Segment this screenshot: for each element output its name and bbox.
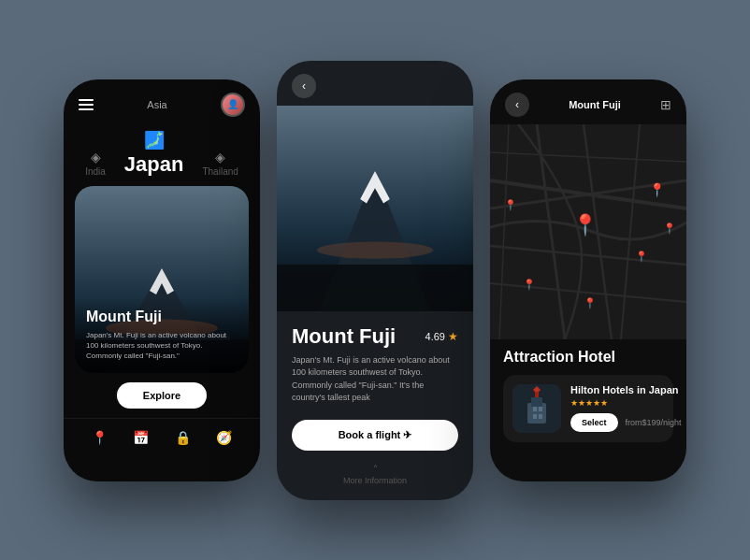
phone3-header: ‹ Mount Fuji ⊞ xyxy=(490,79,686,124)
phone2-rating: 4.69 ★ xyxy=(425,330,458,343)
map-roads-svg: 📍 📍 📍 📍 📍 📍 📍 xyxy=(490,124,686,339)
select-button[interactable]: Select xyxy=(570,413,618,432)
phone2-content: Mount Fuji 4.69 ★ Japan's Mt. Fuji is an… xyxy=(277,311,473,498)
phone1-card-desc: Japan's Mt. Fuji is an active volcano ab… xyxy=(86,330,238,362)
japan-label: Japan xyxy=(124,152,184,177)
settings-button[interactable]: ⊞ xyxy=(660,97,671,112)
back-button[interactable]: ‹ xyxy=(292,74,316,98)
hotel-stars: ★★★★★ xyxy=(570,398,682,408)
nav-lock-icon[interactable]: 🔒 xyxy=(171,426,194,449)
svg-point-8 xyxy=(317,241,433,258)
phone-3: ‹ Mount Fuji ⊞ xyxy=(490,79,686,481)
hotel-image-svg xyxy=(512,384,561,433)
svg-rect-29 xyxy=(533,407,537,411)
svg-rect-31 xyxy=(533,414,537,419)
svg-text:📍: 📍 xyxy=(635,250,648,263)
phones-container: Asia 👤 ◈ India 🗾 Japan ◈ Thailand xyxy=(64,61,686,500)
bottom-nav: 📍 📅 🔒 🧭 xyxy=(64,418,260,456)
more-info-label: More Information xyxy=(343,476,407,485)
svg-rect-32 xyxy=(539,414,542,419)
avatar[interactable]: 👤 xyxy=(221,93,245,117)
hotel-name: Hilton Hotels in Japan xyxy=(570,384,682,395)
nav-location-icon[interactable]: 📍 xyxy=(88,426,110,449)
svg-text:📍: 📍 xyxy=(523,278,536,291)
destinations-row: ◈ India 🗾 Japan ◈ Thailand xyxy=(64,124,260,186)
svg-text:📍: 📍 xyxy=(572,212,599,237)
india-icon: ◈ xyxy=(85,150,106,165)
star-icon: ★ xyxy=(448,330,458,343)
phone1-card-overlay: Mount Fuji Japan's Mt. Fuji is an active… xyxy=(75,297,249,373)
hotel-price: from$199/night xyxy=(626,418,682,427)
svg-rect-28 xyxy=(531,397,542,407)
book-flight-button[interactable]: Book a flight ✈ xyxy=(292,420,458,451)
phone2-mountain-svg xyxy=(277,124,473,311)
phone1-card: Mount Fuji Japan's Mt. Fuji is an active… xyxy=(75,186,249,373)
phone1-header: Asia 👤 xyxy=(64,79,260,124)
svg-text:📍: 📍 xyxy=(584,296,597,309)
more-info: ˄ More Information xyxy=(292,464,458,485)
map-view[interactable]: 📍 📍 📍 📍 📍 📍 📍 xyxy=(490,124,686,339)
india-label: India xyxy=(85,166,106,177)
svg-rect-30 xyxy=(539,407,542,411)
phone2-title: Mount Fuji xyxy=(292,324,396,349)
settings-icon: ⊞ xyxy=(660,97,671,112)
phone2-header: ‹ xyxy=(277,61,473,106)
destination-japan[interactable]: 🗾 Japan xyxy=(115,130,194,177)
explore-button[interactable]: Explore xyxy=(117,382,207,409)
destination-thailand[interactable]: ◈ Thailand xyxy=(193,150,247,177)
nav-calendar-icon[interactable]: 📅 xyxy=(130,426,152,449)
phone3-header-title: Mount Fuji xyxy=(569,99,621,110)
phone1-header-title: Asia xyxy=(147,99,166,110)
thailand-icon: ◈ xyxy=(202,150,238,165)
phone2-description: Japan's Mt. Fuji is an active volcano ab… xyxy=(292,354,458,405)
phone2-hero-image xyxy=(277,106,473,311)
svg-text:📍: 📍 xyxy=(649,182,666,198)
chevron-up-icon: ˄ xyxy=(292,464,458,474)
nav-compass-icon[interactable]: 🧭 xyxy=(213,426,236,449)
svg-rect-7 xyxy=(277,265,473,311)
hotel-card: Hilton Hotels in Japan ★★★★★ Select from… xyxy=(503,375,673,442)
attraction-hotel-title: Attraction Hotel xyxy=(503,349,673,366)
hotel-info: Hilton Hotels in Japan ★★★★★ Select from… xyxy=(570,384,682,432)
phone-1: Asia 👤 ◈ India 🗾 Japan ◈ Thailand xyxy=(64,79,260,481)
svg-text:📍: 📍 xyxy=(663,222,676,235)
rating-value: 4.69 xyxy=(425,331,445,342)
hotel-actions: Select from$199/night xyxy=(570,413,682,432)
menu-icon[interactable] xyxy=(79,99,94,110)
destination-india[interactable]: ◈ India xyxy=(76,150,115,177)
phone-2: ‹ Mount Fuji 4.69 ★ Japan's Mt. Fuji is … xyxy=(277,61,473,500)
phone2-title-row: Mount Fuji 4.69 ★ xyxy=(292,324,458,349)
phone1-card-title: Mount Fuji xyxy=(86,309,238,325)
svg-rect-34 xyxy=(535,392,539,397)
phone3-bottom: Attraction Hotel xyxy=(490,339,686,452)
phone3-back-button[interactable]: ‹ xyxy=(505,93,529,117)
japan-icon: 🗾 xyxy=(124,130,184,151)
svg-text:📍: 📍 xyxy=(504,198,517,211)
thailand-label: Thailand xyxy=(202,166,238,177)
hotel-image xyxy=(512,384,561,433)
